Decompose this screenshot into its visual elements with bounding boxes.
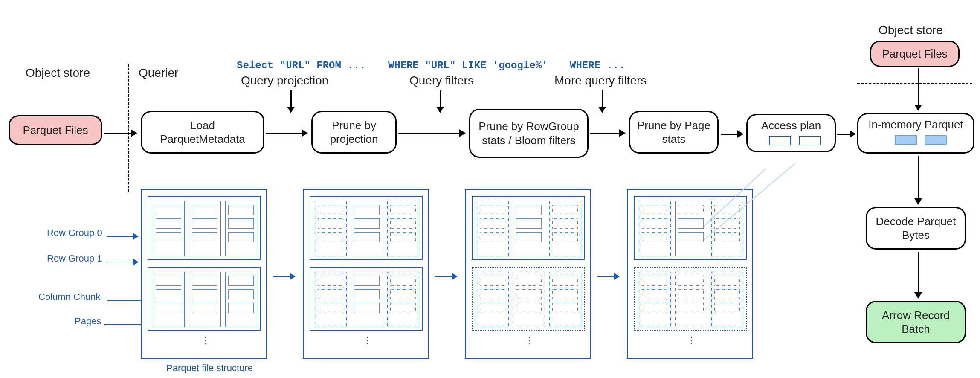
decode-box: Decode Parquet Bytes xyxy=(866,207,966,250)
decode-text: Decode Parquet Bytes xyxy=(871,215,960,242)
access-plan-range-1 xyxy=(769,136,791,145)
prune-projection-text: Prune by projection xyxy=(317,119,391,146)
load-metadata-box: Load ParquetMetadata xyxy=(141,111,264,154)
projection-arrow-down xyxy=(287,90,295,113)
parquet-files-right-text: Parquet Files xyxy=(882,47,947,61)
row-group-0-label: Row Group 0 xyxy=(47,227,102,238)
in-memory-chunk-1 xyxy=(895,135,917,145)
prune-projection-box: Prune by projection xyxy=(311,111,397,154)
row-group-0-arrow xyxy=(107,233,139,240)
parquet-files-right-box: Parquet Files xyxy=(870,41,960,67)
arrow-rowgroup-to-page xyxy=(590,129,626,137)
access-plan-range-2 xyxy=(799,136,821,145)
arrow-accessplan-to-inmemory xyxy=(837,130,856,138)
arrow-parquet-to-load xyxy=(104,129,137,137)
pages-label: Pages xyxy=(75,316,101,327)
arrow-record-batch-box: Arrow Record Batch xyxy=(866,301,966,343)
in-memory-chunk-2 xyxy=(925,135,947,145)
in-memory-parquet-box: In-memory Parquet xyxy=(857,113,974,154)
arrow-projection-to-rowgroup xyxy=(398,129,466,137)
arrow-inmemory-to-decode xyxy=(914,156,922,205)
parquet-file-2: ⋮ xyxy=(303,189,429,359)
parquet-files-left-box: Parquet Files xyxy=(9,115,102,145)
filters-label: Query filters xyxy=(409,74,474,87)
projection-label: Query projection xyxy=(241,74,328,87)
filters-code: WHERE "URL" LIKE 'google%' xyxy=(388,60,548,71)
file-arrow-1 xyxy=(273,273,296,280)
file-arrow-3 xyxy=(597,273,620,280)
row-group-1-label: Row Group 1 xyxy=(47,253,102,264)
access-plan-box: Access plan xyxy=(746,114,836,152)
filters-arrow-down xyxy=(436,90,444,113)
prune-page-box: Prune by Page stats xyxy=(629,111,719,154)
more-filters-label: More query filters xyxy=(554,74,647,87)
divider-querier xyxy=(128,64,129,192)
access-plan-text: Access plan xyxy=(761,119,821,133)
in-memory-parquet-text: In-memory Parquet xyxy=(868,118,963,132)
row-group-1-arrow xyxy=(107,259,139,265)
arrow-record-batch-text: Arrow Record Batch xyxy=(871,308,960,336)
object-store-left-label: Object store xyxy=(26,66,90,80)
parquet-file-3: ⋮ xyxy=(465,189,591,359)
prune-page-text: Prune by Page stats xyxy=(635,119,713,146)
parquet-files-left-text: Parquet Files xyxy=(23,123,88,137)
parquet-structure-caption: Parquet file structure xyxy=(166,363,253,374)
arrow-parquetfiles-to-inmemory xyxy=(914,68,922,111)
prune-rowgroup-text: Prune by RowGroup stats / Bloom filters xyxy=(475,119,583,147)
column-chunk-label: Column Chunk xyxy=(38,291,101,302)
arrow-load-to-projection xyxy=(266,129,308,137)
more-filters-code: WHERE ... xyxy=(570,60,625,71)
projection-code: Select "URL" FROM ... xyxy=(237,60,365,71)
parquet-file-1: ⋮ xyxy=(141,189,267,359)
querier-label: Querier xyxy=(139,66,178,80)
object-store-right-label: Object store xyxy=(879,23,943,37)
more-filters-arrow-down xyxy=(598,90,606,113)
load-metadata-text: Load ParquetMetadata xyxy=(146,119,259,146)
arrow-page-to-accessplan xyxy=(721,130,744,138)
file-arrow-2 xyxy=(435,273,458,280)
prune-rowgroup-box: Prune by RowGroup stats / Bloom filters xyxy=(469,109,589,158)
arrow-decode-to-arrowbatch xyxy=(914,252,922,299)
